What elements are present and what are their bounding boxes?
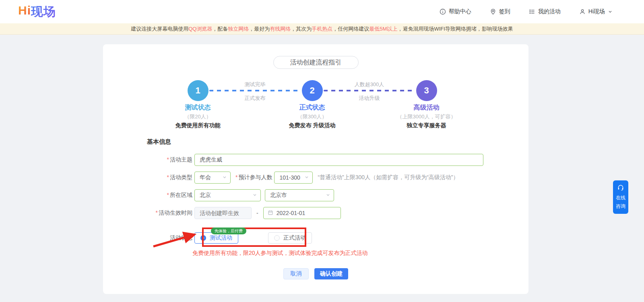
info-icon <box>440 8 446 15</box>
city-select-value: 北京市 <box>270 192 287 199</box>
form-row-status: 活动状态 测试活动 先体验，后付费 正式活动 <box>147 232 528 244</box>
nav-account-menu[interactable]: Hi现场 <box>579 8 613 15</box>
required-mark: * <box>167 156 169 163</box>
chevron-down-icon <box>222 174 227 181</box>
header-nav: 帮助中心 签到 我的活动 <box>440 8 613 15</box>
end-date-picker[interactable]: 2022-01-01 <box>263 207 341 219</box>
step-3-limit: （上限3000人，可扩容） <box>397 113 456 120</box>
chevron-down-icon <box>608 9 613 14</box>
nav-help-center[interactable]: 帮助中心 <box>440 8 471 15</box>
theme-input[interactable] <box>194 154 483 166</box>
notice-highlight: 手机热点 <box>312 25 332 33</box>
step-advanced: 3 高级活动 （上限3000人，可扩容） 独立专享服务器 <box>416 80 437 101</box>
nav-label: 签到 <box>499 8 510 15</box>
progress-steps: 1 测试状态 （限20人） 免费使用所有功能 测试完毕 正式发布 2 正式状态 … <box>188 80 437 129</box>
online-consult-button[interactable]: 在线 咨询 <box>613 180 628 214</box>
nav-my-activities[interactable]: 我的活动 <box>529 8 561 15</box>
province-select-value: 北京 <box>200 192 211 199</box>
nav-label: 帮助中心 <box>449 8 471 15</box>
province-select[interactable]: 北京 <box>194 189 261 201</box>
required-mark: * <box>167 192 169 198</box>
step-formal: 2 正式状态 （限300人） 免费发布 升级活动 <box>302 80 323 101</box>
basic-info-form: *活动主题 *活动类型 年会 *预计参与人数 101-300 “普通活动”上限3… <box>103 154 528 257</box>
form-row-effective-time: *活动生效时间 - 2022-01-01 <box>147 207 528 219</box>
chevron-down-icon <box>326 192 330 199</box>
section-title-basic-info: 基本信息 <box>147 138 528 146</box>
attendees-select[interactable]: 101-300 <box>274 172 313 184</box>
status-option-formal-label: 正式活动 <box>283 234 306 242</box>
status-option-test-label: 测试活动 <box>210 234 232 242</box>
nav-check-in[interactable]: 签到 <box>490 8 510 15</box>
effective-time-label: 活动生效时间 <box>159 209 192 216</box>
connector-2-dashes <box>324 90 415 91</box>
step-2-name: 正式状态 <box>289 103 336 112</box>
consult-line2: 咨询 <box>616 203 625 210</box>
chevron-down-icon <box>252 192 257 199</box>
connector-2-bottom-label: 活动升级 <box>323 95 416 102</box>
step-test: 1 测试状态 （限20人） 免费使用所有功能 <box>188 80 208 101</box>
city-select[interactable]: 北京市 <box>265 189 334 201</box>
create-activity-card: 活动创建流程指引 1 测试状态 （限20人） 免费使用所有功能 测试完毕 正式发… <box>103 44 528 294</box>
step-1-name: 测试状态 <box>175 103 221 112</box>
confirm-create-button[interactable]: 确认创建 <box>314 268 348 279</box>
step-3-desc: 独立专享服务器 <box>397 122 456 129</box>
date-range-separator: - <box>256 210 258 216</box>
connector-1-bottom-label: 正式发布 <box>208 95 302 102</box>
required-mark: * <box>235 174 237 180</box>
notice-highlight: 最低5M以上 <box>369 25 397 33</box>
type-select[interactable]: 年会 <box>194 172 231 184</box>
pin-icon <box>490 8 496 15</box>
step-1-circle: 1 <box>188 80 208 101</box>
top-header: Hi 现场 帮助中心 签到 <box>0 0 644 23</box>
status-helper-text: 免费使用所有功能，限20人参与测试，测试体验完成可发布为正式活动 <box>192 250 528 257</box>
logo-hi: Hi <box>18 4 31 20</box>
headset-icon <box>617 184 624 193</box>
step-1-limit: （限20人） <box>175 113 221 120</box>
step-1-desc: 免费使用所有功能 <box>175 122 221 129</box>
notice-highlight: QQ浏览器 <box>188 25 212 33</box>
step-connector-1: 测试完毕 正式发布 <box>208 80 302 101</box>
cancel-button[interactable]: 取消 <box>283 268 309 279</box>
connector-1-dashes <box>209 90 301 91</box>
notice-highlight: 有线网络 <box>270 25 291 33</box>
status-option-formal[interactable]: 正式活动 <box>268 232 312 244</box>
required-mark: * <box>156 209 158 216</box>
attendees-label: 预计参与人数 <box>238 174 272 180</box>
start-time-input <box>194 207 252 219</box>
notice-text: 建议连接大屏幕电脑使用 <box>131 25 188 33</box>
attendees-hint: “普通活动”上限300人（如需扩容，可升级为“高级活动”） <box>318 174 458 181</box>
form-row-type-attendees: *活动类型 年会 *预计参与人数 101-300 “普通活动”上限300人（如需… <box>147 172 528 184</box>
notice-highlight: 独立网络 <box>228 25 249 33</box>
chevron-down-icon <box>304 174 309 181</box>
step-3-circle: 3 <box>416 80 437 101</box>
step-2-circle: 2 <box>302 80 323 101</box>
region-label: 所在区域 <box>170 192 192 198</box>
step-3-name: 高级活动 <box>397 103 456 112</box>
status-badge: 先体验，后付费 <box>211 228 246 234</box>
connector-2-top-label: 人数超300人 <box>323 81 416 88</box>
status-option-test[interactable]: 测试活动 先体验，后付费 <box>194 232 238 244</box>
nav-label: 我的活动 <box>538 8 561 15</box>
logo-scene: 现场 <box>31 4 56 20</box>
radio-unselected-icon <box>274 235 280 241</box>
user-icon <box>579 8 586 15</box>
list-icon <box>529 8 535 15</box>
form-actions: 取消 确认创建 <box>103 268 528 279</box>
step-2-limit: （限300人） <box>289 113 336 120</box>
theme-label: 活动主题 <box>170 156 192 163</box>
type-select-value: 年会 <box>200 174 211 181</box>
step-connector-2: 人数超300人 活动升级 <box>323 80 416 101</box>
radio-selected-icon <box>200 235 206 241</box>
guide-title: 活动创建流程指引 <box>290 58 342 67</box>
end-date-value: 2022-01-01 <box>277 210 305 216</box>
form-row-theme: *活动主题 <box>147 154 528 166</box>
type-label: 活动类型 <box>170 174 192 180</box>
form-row-region: *所在区域 北京 北京市 <box>147 189 528 201</box>
status-label: 活动状态 <box>170 234 192 241</box>
consult-line1: 在线 <box>616 194 625 201</box>
required-mark: * <box>167 174 169 180</box>
step-2-desc: 免费发布 升级活动 <box>289 122 336 129</box>
guide-title-pill: 活动创建流程指引 <box>273 56 359 69</box>
notice-bar: 建议连接大屏幕电脑使用 QQ浏览器 ，配备 独立网络 ，最好为 有线网络 ，其次… <box>0 23 644 35</box>
brand-logo[interactable]: Hi 现场 <box>18 4 56 20</box>
